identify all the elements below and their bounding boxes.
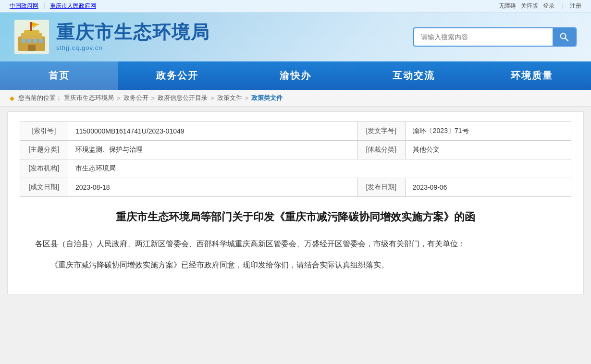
doc-title: 重庆市生态环境局等部门关于印发《重庆市减污降碳协同增效实施方案》的函 <box>20 209 571 225</box>
search-button[interactable] <box>553 28 576 46</box>
logo-icon <box>14 20 49 54</box>
value-index: 11500000MB1614741U/2023-01049 <box>68 122 357 141</box>
link-chongqing[interactable]: 重庆市人民政府网 <box>50 2 96 10</box>
bc-sep-3: > <box>210 95 214 102</box>
doc-para-1: 各区县（自治县）人民政府、两江新区管委会、西部科学城重庆高新区管委会、万盛经开区… <box>20 237 571 251</box>
breadcrumb: ◆ 您当前的位置： 重庆市生态环境局 > 政务公开 > 政府信息公开目录 > 政… <box>0 90 591 107</box>
top-bar: 中国政府网 ｜ 重庆市人民政府网 无障碍 关怀版 登录 ｜ 注册 <box>0 0 591 12</box>
svg-point-14 <box>33 27 34 28</box>
doc-body: 各区县（自治县）人民政府、两江新区管委会、西部科学城重庆高新区管委会、万盛经开区… <box>20 237 571 273</box>
value-doctype: 其他公文 <box>405 141 571 159</box>
label-theme: [主题分类] <box>20 141 68 159</box>
nav-gov-open[interactable]: 政务公开 <box>118 61 236 90</box>
search-input[interactable] <box>414 29 553 45</box>
value-published: 2023-09-06 <box>405 178 571 197</box>
header: 重庆市生态环境局 sthjj.cq.gov.cn <box>0 12 591 61</box>
table-row: [成文日期] 2023-08-18 [发布日期] 2023-09-06 <box>20 178 571 197</box>
label-publisher: [发布机构] <box>20 159 68 178</box>
top-sep-2: ｜ <box>559 2 565 10</box>
label-published: [发布日期] <box>357 178 405 197</box>
breadcrumb-item-2[interactable]: 政府信息公开目录 <box>158 94 208 102</box>
label-docnum: [发文字号] <box>357 122 405 141</box>
link-zhongguo[interactable]: 中国政府网 <box>10 2 38 10</box>
svg-rect-4 <box>22 39 25 43</box>
header-logo: 重庆市生态环境局 sthjj.cq.gov.cn <box>14 20 210 54</box>
svg-line-16 <box>566 38 568 41</box>
nav-home[interactable]: 首页 <box>0 61 118 90</box>
breadcrumb-prefix: 您当前的位置： <box>18 94 62 102</box>
link-accessible[interactable]: 无障碍 <box>499 2 516 10</box>
table-row: [索引号] 11500000MB1614741U/2023-01049 [发文字… <box>20 122 571 141</box>
top-sep-1: ｜ <box>41 2 47 10</box>
table-row: [发布机构] 市生态环境局 <box>20 159 571 178</box>
svg-rect-7 <box>39 39 43 43</box>
breadcrumb-item-1[interactable]: 政务公开 <box>123 94 148 102</box>
table-row: [主题分类] 环境监测、保护与治理 [体裁分类] 其他公文 <box>20 141 571 159</box>
svg-point-13 <box>35 26 36 27</box>
bc-sep-4: > <box>245 95 249 102</box>
link-register[interactable]: 注册 <box>570 2 581 10</box>
main-nav: 首页 政务公开 渝快办 互动交流 环境质量 <box>0 61 591 90</box>
value-docnum: 渝环〔2023〕71号 <box>405 122 571 141</box>
value-created: 2023-08-18 <box>68 178 357 197</box>
value-theme: 环境监测、保护与治理 <box>68 141 357 159</box>
svg-point-11 <box>33 23 35 24</box>
site-title: 重庆市生态环境局 <box>56 23 210 43</box>
site-subtitle: sthjj.cq.gov.cn <box>56 44 210 51</box>
svg-point-12 <box>35 24 36 25</box>
breadcrumb-icon: ◆ <box>10 95 14 102</box>
label-created: [成文日期] <box>20 178 68 197</box>
nav-env-quality[interactable]: 环境质量 <box>473 61 591 90</box>
bc-sep-1: > <box>117 95 121 102</box>
breadcrumb-item-4: 政策类文件 <box>251 94 283 102</box>
top-bar-left: 中国政府网 ｜ 重庆市人民政府网 <box>10 2 96 10</box>
svg-rect-6 <box>33 39 37 43</box>
label-doctype: [体裁分类] <box>357 141 405 159</box>
search-icon <box>559 32 569 42</box>
doc-info-table: [索引号] 11500000MB1614741U/2023-01049 [发文字… <box>20 121 571 197</box>
search-bar <box>413 27 577 47</box>
nav-interaction[interactable]: 互动交流 <box>355 61 473 90</box>
link-login[interactable]: 登录 <box>543 2 554 10</box>
breadcrumb-item-3[interactable]: 政策文件 <box>217 94 242 102</box>
breadcrumb-item-0[interactable]: 重庆市生态环境局 <box>64 94 114 102</box>
bc-sep-2: > <box>151 95 155 102</box>
value-publisher: 市生态环境局 <box>68 159 571 178</box>
link-caremode[interactable]: 关怀版 <box>521 2 538 10</box>
svg-rect-5 <box>27 39 31 43</box>
svg-rect-9 <box>30 22 32 31</box>
svg-rect-3 <box>24 30 39 35</box>
doc-para-2: 《重庆市减污降碳协同增效实施方案》已经市政府同意，现印发给你们，请结合实际认真组… <box>20 258 571 272</box>
top-bar-right: 无障碍 关怀版 登录 ｜ 注册 <box>499 2 581 10</box>
content-area: [索引号] 11500000MB1614741U/2023-01049 [发文字… <box>7 111 584 294</box>
label-index: [索引号] <box>20 122 68 141</box>
svg-rect-8 <box>28 45 36 51</box>
nav-yukuaiban[interactable]: 渝快办 <box>236 61 355 90</box>
logo-text-block: 重庆市生态环境局 sthjj.cq.gov.cn <box>56 23 210 51</box>
